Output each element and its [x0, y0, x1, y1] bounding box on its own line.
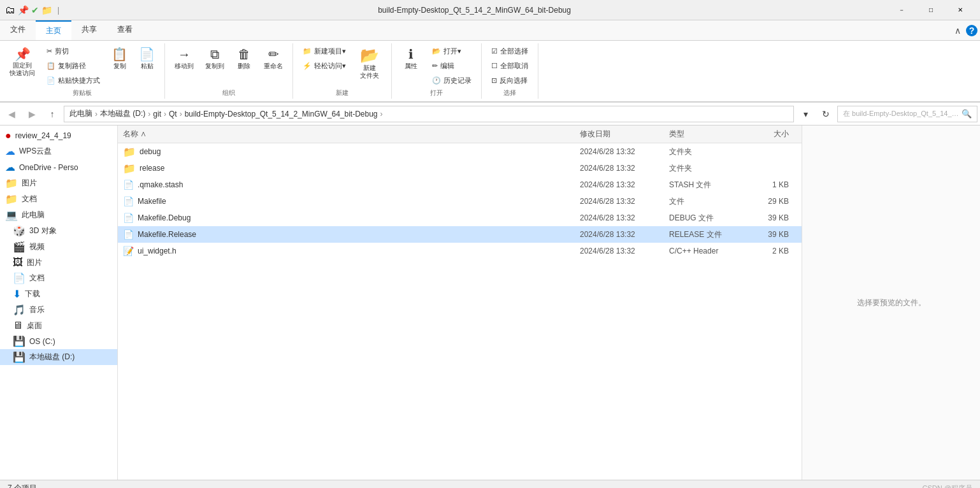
paste-shortcut-button[interactable]: 📄 粘贴快捷方式 [42, 74, 104, 87]
file-name-makefile-debug: 📄 Makefile.Debug [123, 213, 580, 223]
tab-view[interactable]: 查看 [107, 20, 143, 40]
easy-access-button[interactable]: ⚡ 轻松访问▾ [298, 59, 350, 73]
refresh-button[interactable]: ↻ [817, 105, 835, 123]
ribbon-group-open: ℹ 属性 📂 打开▾ ✏ 编辑 🕐 历史记录 [392, 43, 482, 99]
header-file-icon: 📝 [123, 246, 134, 256]
file-type: RELEASE 文件 [669, 229, 746, 240]
maximize-button[interactable]: □ [916, 0, 946, 20]
file-row[interactable]: 📄 .qmake.stash 2024/6/28 13:32 STASH 文件 … [118, 176, 802, 193]
paste-shortcut-icon: 📄 [47, 76, 55, 85]
history-button[interactable]: 🕐 历史记录 [428, 74, 476, 87]
preview-text: 选择要预览的文件。 [857, 298, 926, 308]
up-button[interactable]: ↑ [43, 105, 61, 123]
sidebar-item-drive-c[interactable]: 💾 OS (C:) [0, 333, 117, 349]
sidebar-item-thispc[interactable]: 💻 此电脑 [0, 207, 117, 223]
sidebar-item-review[interactable]: ● review_24_4_19 [0, 128, 117, 143]
rename-button[interactable]: ✏ 重命名 [259, 45, 287, 74]
invert-selection-button[interactable]: ⊡ 反向选择 [487, 74, 533, 87]
open-button[interactable]: 📂 打开▾ [428, 45, 476, 58]
history-icon: 🕐 [432, 76, 441, 85]
copy-to-button[interactable]: ⧉ 复制到 [201, 45, 229, 74]
ribbon-collapse-icon[interactable]: ∧ [955, 25, 961, 36]
pin-quickaccess-button[interactable]: 📌 固定到快速访问 [5, 45, 40, 80]
file-row[interactable]: 📝 ui_widget.h 2024/6/28 13:32 C/C++ Head… [118, 243, 802, 259]
select-none-button[interactable]: ☐ 全部取消 [487, 59, 533, 73]
help-icon[interactable]: ? [966, 25, 977, 36]
move-to-button[interactable]: → 移动到 [170, 45, 198, 74]
file-row[interactable]: 📁 release 2024/6/28 13:32 文件夹 [118, 160, 802, 176]
breadcrumb[interactable]: 此电脑 › 本地磁盘 (D:) › git › Qt › build-Empty… [64, 106, 794, 122]
sidebar-item-documents[interactable]: 📄 文档 [0, 270, 117, 286]
edit-icon: ✏ [432, 62, 438, 70]
select-none-icon: ☐ [491, 62, 498, 70]
new-item-button[interactable]: 📁 新建项目▾ [298, 45, 350, 58]
file-type: C/C++ Header [669, 247, 746, 255]
dropdown-button[interactable]: ▾ [796, 105, 814, 123]
file-row[interactable]: 📁 debug 2024/6/28 13:32 文件夹 [118, 143, 802, 160]
search-icon[interactable]: 🔍 [962, 109, 972, 118]
copy-button[interactable]: 📋 复制 [107, 45, 132, 74]
file-row[interactable]: 📄 Makefile 2024/6/28 13:32 文件 29 KB [118, 193, 802, 210]
breadcrumb-part: 本地磁盘 (D:) [100, 108, 145, 119]
column-header-type[interactable]: 类型 [669, 129, 746, 140]
file-name-qmake: 📄 .qmake.stash [123, 180, 580, 190]
sidebar-item-wps[interactable]: ☁ WPS云盘 [0, 143, 117, 159]
tab-file[interactable]: 文件 [0, 20, 36, 40]
file-size: 1 KB [746, 180, 796, 189]
desktop-icon: 🖥 [13, 320, 23, 331]
main-layout: ● review_24_4_19 ☁ WPS云盘 ☁ OneDrive - Pe… [0, 126, 980, 480]
sidebar-item-label: review_24_4_19 [15, 131, 71, 140]
new-folder-button[interactable]: 📂 新建文件夹 [353, 45, 386, 83]
sidebar-item-label: OS (C:) [29, 337, 55, 346]
column-header-size[interactable]: 大小 [746, 129, 796, 140]
cut-button[interactable]: ✂ 剪切 [42, 45, 104, 58]
copy-path-button[interactable]: 📋 复制路径 [42, 59, 104, 73]
sidebar-item-pictures[interactable]: 🖼 图片 [0, 255, 117, 270]
easy-access-icon: ⚡ [303, 62, 312, 70]
sidebar-item-desktop[interactable]: 🖥 桌面 [0, 318, 117, 333]
file-name-release: 📁 release [123, 162, 580, 175]
back-button[interactable]: ◀ [3, 105, 20, 123]
file-date: 2024/6/28 13:32 [580, 164, 669, 173]
sidebar-item-drive-d[interactable]: 💾 本地磁盘 (D:) [0, 349, 117, 365]
forward-button[interactable]: ▶ [23, 105, 41, 123]
tab-share[interactable]: 共享 [71, 20, 107, 40]
file-row[interactable]: 📄 Makefile.Debug 2024/6/28 13:32 DEBUG 文… [118, 210, 802, 226]
sidebar-item-docs-fav[interactable]: 📁 文档 [0, 191, 117, 207]
breadcrumb-sep-5: › [380, 110, 383, 118]
edit-button[interactable]: ✏ 编辑 [428, 59, 476, 73]
minimize-button[interactable]: － [887, 0, 916, 20]
sidebar-item-label: 桌面 [27, 320, 42, 331]
sidebar-item-pictures-fav[interactable]: 📁 图片 [0, 175, 117, 191]
close-button[interactable]: ✕ [946, 0, 975, 20]
wps-cloud-icon: ☁ [5, 145, 15, 157]
properties-button[interactable]: ℹ 属性 [397, 45, 425, 74]
ribbon-group-new: 📁 新建项目▾ ⚡ 轻松访问▾ 📂 新建文件夹 新建 [293, 43, 392, 99]
file-type: 文件 [669, 196, 746, 207]
title-bar: 🗂 📌 ✔ 📁 | build-Empty-Desktop_Qt_5_14_2_… [0, 0, 980, 20]
column-header-name[interactable]: 名称 ∧ [123, 129, 580, 140]
sidebar-item-video[interactable]: 🎬 视频 [0, 239, 117, 255]
file-type: 文件夹 [669, 147, 746, 157]
review-icon: ● [5, 130, 11, 141]
sidebar-item-3dobjects[interactable]: 🎲 3D 对象 [0, 223, 117, 239]
file-size: 39 KB [746, 213, 796, 222]
file-row-selected[interactable]: 📄 Makefile.Release 2024/6/28 13:32 RELEA… [118, 226, 802, 243]
tab-home[interactable]: 主页 [36, 20, 71, 40]
paste-button[interactable]: 📄 粘贴 [134, 45, 159, 74]
breadcrumb-part: git [153, 110, 161, 118]
sidebar-item-label: 图片 [27, 257, 42, 268]
sidebar-item-onedrive[interactable]: ☁ OneDrive - Perso [0, 159, 117, 175]
sidebar-item-label: OneDrive - Perso [19, 163, 78, 172]
search-box[interactable]: 在 build-Empty-Desktop_Qt_5_14_2_MinGW_64… [837, 106, 977, 122]
sidebar-item-music[interactable]: 🎵 音乐 [0, 302, 117, 318]
breadcrumb-sep-4: › [180, 110, 182, 118]
new-label: 新建 [336, 89, 349, 97]
delete-button[interactable]: 🗑 删除 [231, 45, 257, 74]
file-size: 29 KB [746, 197, 796, 206]
sidebar-item-downloads[interactable]: ⬇ 下载 [0, 286, 117, 302]
select-all-button[interactable]: ☑ 全部选择 [487, 45, 533, 58]
file-name-ui-widget: 📝 ui_widget.h [123, 246, 580, 256]
column-header-date[interactable]: 修改日期 [580, 129, 669, 140]
ribbon-group-organize: → 移动到 ⧉ 复制到 🗑 删除 ✏ 重命名 组织 [165, 43, 293, 99]
